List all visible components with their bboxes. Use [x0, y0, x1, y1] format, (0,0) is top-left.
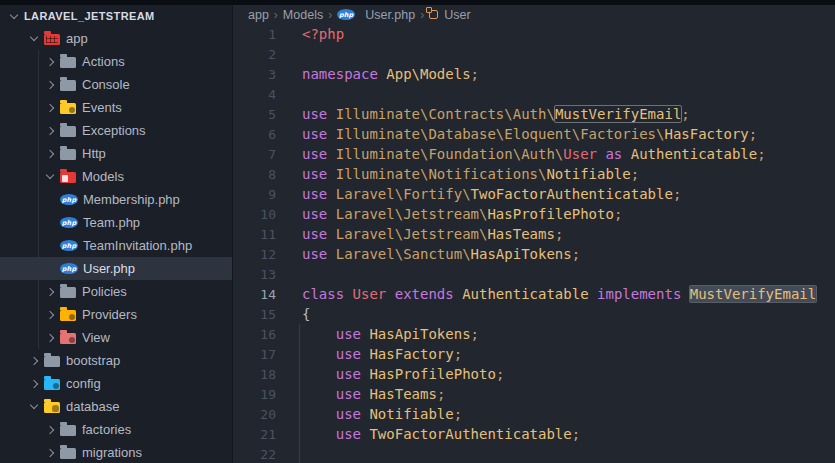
- tree-item-models[interactable]: Models: [0, 165, 232, 188]
- code-line[interactable]: 14class User extends Authenticatable imp…: [234, 284, 835, 304]
- tree-item-events[interactable]: Events: [0, 96, 232, 119]
- tree-item-label: Providers: [82, 307, 137, 322]
- tree-item-team-php[interactable]: phpTeam.php: [0, 211, 232, 234]
- chevron-right-icon: [30, 379, 38, 387]
- code-token: TwoFactorAuthenticatable: [369, 426, 571, 442]
- tree-item-config[interactable]: config: [0, 372, 232, 395]
- code-token: ;: [555, 226, 563, 242]
- breadcrumb-label: User.php: [365, 8, 415, 22]
- tree-item-console[interactable]: Console: [0, 73, 232, 96]
- tree-item-http[interactable]: Http: [0, 142, 232, 165]
- tree-item-bootstrap[interactable]: bootstrap: [0, 349, 232, 372]
- code-line[interactable]: 7use Illuminate\Foundation\Auth\User as …: [234, 144, 835, 164]
- tree-item-database[interactable]: database: [0, 395, 232, 418]
- code-token: use: [336, 346, 370, 362]
- tree-item-policies[interactable]: Policies: [0, 280, 232, 303]
- code-line[interactable]: 11use Laravel\Jetstream\HasTeams;: [234, 224, 835, 244]
- code-token: use: [302, 206, 336, 222]
- code-line[interactable]: 9use Laravel\Fortify\TwoFactorAuthentica…: [234, 184, 835, 204]
- line-number: 17: [234, 347, 276, 362]
- code-token: use: [302, 106, 336, 122]
- tree-item-label: app: [66, 31, 88, 46]
- code-line[interactable]: 15{: [234, 304, 835, 324]
- folder-icon: [60, 126, 76, 137]
- code-line[interactable]: 17 use HasFactory;: [234, 344, 835, 364]
- line-number: 18: [234, 367, 276, 382]
- code-token: use: [302, 146, 336, 162]
- code-line-content: use Laravel\Fortify\TwoFactorAuthenticat…: [276, 184, 681, 204]
- line-number: 8: [234, 167, 276, 182]
- code-token: Illuminate\Database\Eloquent\Factories\: [336, 126, 665, 142]
- code-token: use: [302, 186, 336, 202]
- code-token: use: [336, 426, 370, 442]
- explorer-section-header[interactable]: LARAVEL_JETSTREAM: [0, 5, 232, 27]
- code-line[interactable]: 18 use HasProfilePhoto;: [234, 364, 835, 384]
- code-line[interactable]: 3namespace App\Models;: [234, 64, 835, 84]
- folder-icon: [60, 310, 76, 321]
- breadcrumb-separator: ›: [328, 8, 332, 22]
- code-area[interactable]: 1<?php23namespace App\Models;45use Illum…: [234, 24, 835, 463]
- tree-item-exceptions[interactable]: Exceptions: [0, 119, 232, 142]
- folder-icon: [60, 149, 76, 160]
- code-token: [302, 326, 336, 342]
- code-token: User: [353, 286, 387, 302]
- tree-item-membership-php[interactable]: phpMembership.php: [0, 188, 232, 211]
- breadcrumb-separator: ›: [274, 8, 278, 22]
- line-number: 11: [234, 227, 276, 242]
- tree-item-teaminvitation-php[interactable]: phpTeamInvitation.php: [0, 234, 232, 257]
- tree-item-user-php[interactable]: phpUser.php: [0, 257, 232, 280]
- folder-icon: [60, 448, 76, 459]
- code-token: use: [302, 126, 336, 142]
- code-token: namespace: [302, 66, 386, 82]
- code-token: HasApiTokens: [369, 326, 470, 342]
- code-line[interactable]: 5use Illuminate\Contracts\Auth\MustVerif…: [234, 104, 835, 124]
- code-token: HasTeams: [487, 226, 554, 242]
- tree-item-migrations[interactable]: migrations: [0, 441, 232, 463]
- code-token: <?php: [302, 26, 344, 42]
- code-token: User: [563, 146, 597, 162]
- code-line[interactable]: 20 use Notifiable;: [234, 404, 835, 424]
- tree-item-app[interactable]: app: [0, 27, 232, 50]
- tree-item-factories[interactable]: factories: [0, 418, 232, 441]
- code-token: use: [302, 246, 336, 262]
- code-line[interactable]: 22: [234, 444, 835, 463]
- line-number: 1: [234, 27, 276, 42]
- code-line[interactable]: 10use Laravel\Jetstream\HasProfilePhoto;: [234, 204, 835, 224]
- breadcrumb-item-app[interactable]: app: [248, 8, 269, 22]
- code-line[interactable]: 12use Laravel\Sanctum\HasApiTokens;: [234, 244, 835, 264]
- tree-item-label: View: [82, 330, 110, 345]
- code-token: use: [336, 386, 370, 402]
- code-token: [302, 346, 336, 362]
- code-line[interactable]: 21 use TwoFactorAuthenticatable;: [234, 424, 835, 444]
- code-token: ;: [749, 126, 757, 142]
- chevron-right-icon: [46, 310, 54, 318]
- breadcrumb-item-user-php[interactable]: phpUser.php: [337, 8, 415, 22]
- chevron-right-icon: [46, 80, 54, 88]
- code-token: HasApiTokens: [471, 246, 572, 262]
- code-token: ;: [631, 166, 639, 182]
- code-line-content: <?php: [276, 24, 344, 44]
- code-line[interactable]: 2: [234, 44, 835, 64]
- line-number: 16: [234, 327, 276, 342]
- breadcrumb-item-user[interactable]: User: [429, 8, 470, 22]
- breadcrumb-label: Models: [283, 8, 323, 22]
- line-number: 19: [234, 387, 276, 402]
- code-token: [302, 406, 336, 422]
- code-line[interactable]: 4: [234, 84, 835, 104]
- tree-item-providers[interactable]: Providers: [0, 303, 232, 326]
- line-number: 14: [234, 287, 276, 302]
- line-number: 12: [234, 247, 276, 262]
- code-line-content: {: [276, 304, 310, 324]
- code-line[interactable]: 19 use HasTeams;: [234, 384, 835, 404]
- code-line[interactable]: 8use Illuminate\Notifications\Notifiable…: [234, 164, 835, 184]
- breadcrumb-item-models[interactable]: Models: [283, 8, 323, 22]
- code-line[interactable]: 13: [234, 264, 835, 284]
- code-line-content: use Illuminate\Database\Eloquent\Factori…: [276, 124, 757, 144]
- code-line[interactable]: 1<?php: [234, 24, 835, 44]
- code-line[interactable]: 16 use HasApiTokens;: [234, 324, 835, 344]
- folder-icon: [60, 103, 76, 114]
- code-line[interactable]: 6use Illuminate\Database\Eloquent\Factor…: [234, 124, 835, 144]
- tree-item-view[interactable]: View: [0, 326, 232, 349]
- tree-item-actions[interactable]: Actions: [0, 50, 232, 73]
- code-line-content: use Laravel\Sanctum\HasApiTokens;: [276, 244, 580, 264]
